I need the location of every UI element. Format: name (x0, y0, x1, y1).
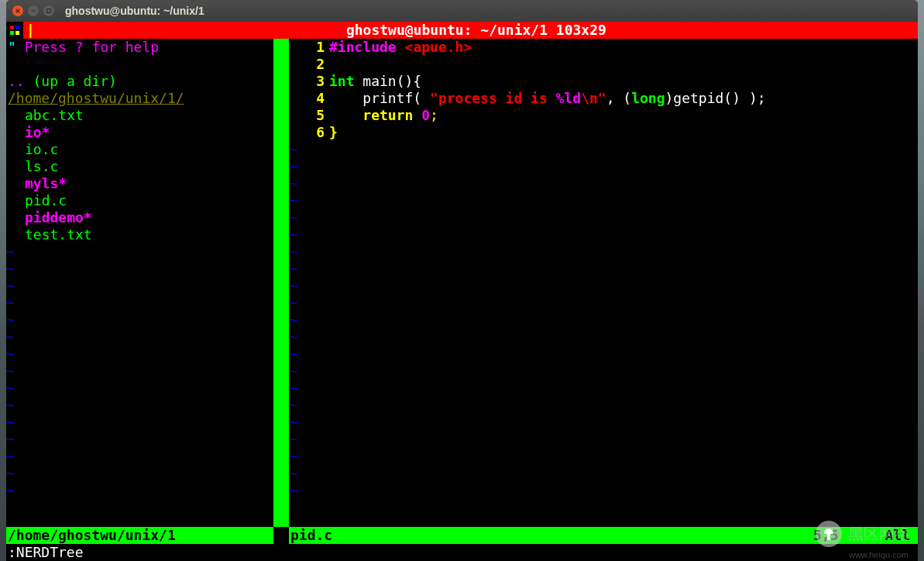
empty-line-tilde: ~ (6, 294, 273, 311)
empty-line-tilde: ~ (289, 209, 918, 226)
empty-line-tilde: ~ (289, 192, 918, 209)
empty-line-tilde: ~ (289, 311, 918, 329)
nerdtree-file[interactable]: abc.txt (8, 107, 273, 124)
empty-line-tilde: ~ (6, 260, 273, 277)
empty-line-tilde: ~ (6, 431, 273, 448)
nerdtree-updir[interactable]: .. (up a dir) (8, 73, 273, 90)
tab-icon (6, 22, 23, 39)
mushroom-icon (816, 521, 842, 547)
nerdtree-file[interactable]: io* (8, 124, 273, 141)
status-line: /home/ghostwu/unix/1 pid.c 5,5 All (6, 527, 918, 544)
tab-divider: | (23, 22, 35, 39)
empty-line-tilde: ~ (289, 141, 918, 158)
empty-line-tilde: ~ (289, 260, 918, 277)
empty-line-tilde: ~ (6, 363, 273, 380)
close-icon[interactable] (12, 5, 23, 16)
empty-line-tilde: ~ (289, 482, 918, 499)
empty-line-tilde: ~ (6, 329, 273, 346)
nerdtree-file[interactable]: pid.c (8, 192, 273, 209)
empty-line-tilde: ~ (6, 414, 273, 431)
code-line[interactable]: return 0; (329, 107, 918, 124)
empty-line-tilde: ~ (289, 414, 918, 431)
empty-line-tilde: ~ (289, 294, 918, 311)
empty-line-tilde: ~ (289, 329, 918, 346)
empty-line-tilde: ~ (289, 175, 918, 192)
code-content[interactable]: #include <apue.h> int main(){ printf( "p… (329, 39, 918, 527)
nerdtree-panel[interactable]: " Press ? for help .. (up a dir) /home/g… (6, 39, 273, 527)
empty-line-tilde: ~ (6, 380, 273, 397)
empty-line-tilde: ~ (289, 243, 918, 260)
empty-line-tilde: ~ (6, 482, 273, 499)
empty-line-tilde: ~ (289, 448, 918, 465)
empty-line-tilde: ~ (289, 431, 918, 448)
maximize-icon[interactable] (43, 5, 54, 16)
editor-body: " Press ? for help .. (up a dir) /home/g… (6, 39, 918, 527)
vertical-split[interactable] (273, 39, 289, 527)
empty-line-tilde: ~ (289, 277, 918, 294)
window-title: ghostwu@ubuntu: ~/unix/1 (65, 5, 204, 17)
minimize-icon[interactable] (28, 5, 39, 16)
empty-line-tilde: ~ (289, 226, 918, 243)
empty-line-tilde: ~ (289, 380, 918, 397)
code-line[interactable] (329, 56, 918, 73)
code-pane[interactable]: 123456 #include <apue.h> int main(){ pri… (289, 39, 918, 527)
svg-rect-4 (15, 31, 19, 35)
command-line[interactable]: :NERDTree (6, 544, 918, 561)
code-line[interactable]: } (329, 124, 918, 141)
titlebar[interactable]: ghostwu@ubuntu: ~/unix/1 (6, 0, 918, 22)
empty-line-tilde: ~ (289, 346, 918, 363)
empty-line-tilde: ~ (289, 363, 918, 380)
code-line[interactable]: #include <apue.h> (329, 39, 918, 56)
svg-rect-1 (10, 26, 14, 29)
nerdtree-file[interactable]: ls.c (8, 158, 273, 175)
nerdtree-file[interactable]: myls* (8, 175, 273, 192)
empty-line-tilde: ~ (289, 465, 918, 482)
nerdtree-path[interactable]: /home/ghostwu/unix/1/ (8, 90, 273, 107)
code-line[interactable]: printf( "process id is %ld\n", (long)get… (329, 90, 918, 107)
status-left: /home/ghostwu/unix/1 (6, 527, 273, 544)
watermark-url: www.heiqu.com (849, 550, 909, 559)
watermark: 黑区网络 (816, 521, 910, 547)
empty-line-tilde: ~ (289, 397, 918, 414)
empty-line-tilde: ~ (6, 277, 273, 294)
nerdtree-file[interactable]: io.c (8, 141, 273, 158)
code-line[interactable]: int main(){ (329, 73, 918, 90)
empty-line-tilde: ~ (6, 311, 273, 329)
terminal-window: ghostwu@ubuntu: ~/unix/1 | ghostwu@ubunt… (6, 0, 918, 561)
empty-line-tilde: ~ (6, 346, 273, 363)
buffer-title: ghostwu@ubuntu: ~/unix/1 103x29 (35, 22, 918, 39)
svg-rect-2 (15, 26, 19, 29)
nerdtree-help: " Press ? for help (8, 39, 273, 56)
vim-tabline: | ghostwu@ubuntu: ~/unix/1 103x29 (6, 22, 918, 39)
empty-line-tilde: ~ (6, 397, 273, 414)
empty-line-tilde: ~ (6, 465, 273, 482)
svg-rect-3 (10, 31, 14, 35)
status-filename: pid.c (290, 527, 332, 544)
empty-line-tilde: ~ (6, 243, 273, 260)
empty-line-tilde: ~ (6, 448, 273, 465)
nerdtree-file[interactable]: test.txt (8, 226, 273, 243)
nerdtree-file[interactable]: piddemo* (8, 209, 273, 226)
svg-rect-0 (47, 9, 51, 13)
empty-line-tilde: ~ (289, 158, 918, 175)
